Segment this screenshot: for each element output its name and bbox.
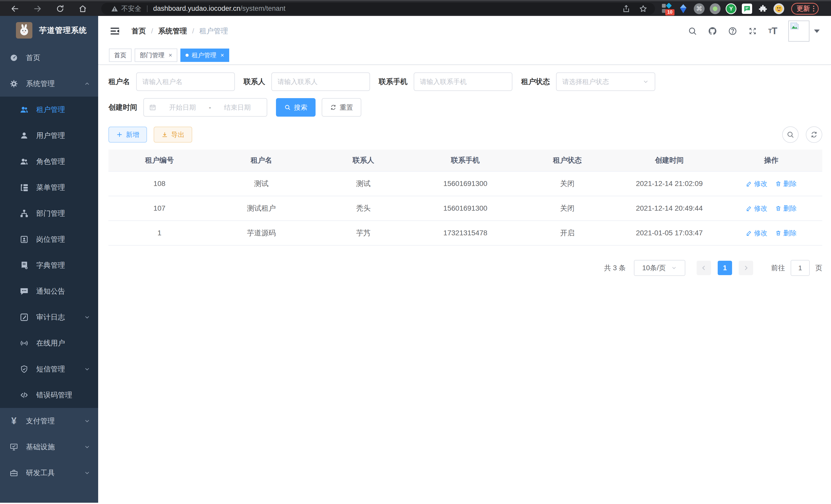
rabbit-logo-icon	[18, 24, 31, 37]
main: 首页 / 系统管理 / 租户管理	[98, 16, 831, 503]
contact-input[interactable]	[271, 72, 370, 91]
filter-mobile: 联系手机	[379, 72, 512, 91]
back-icon	[10, 4, 19, 13]
refresh-icon	[330, 104, 337, 111]
sidebar: 芋道管理系统 首页 系统管理	[0, 16, 98, 503]
tab-home[interactable]: 首页	[109, 49, 132, 62]
sidebar-item-infra[interactable]: 基础设施	[0, 434, 98, 460]
sidebar-item-dict[interactable]: 字典管理	[0, 252, 98, 278]
status-select[interactable]: 请选择租户状态	[556, 72, 655, 91]
breadcrumb-system[interactable]: 系统管理	[158, 26, 187, 36]
sidebar-item-error-code[interactable]: 错误码管理	[0, 382, 98, 408]
sidebar-item-menu[interactable]: 菜单管理	[0, 174, 98, 200]
extension-kite[interactable]	[678, 3, 689, 14]
cell-status: 关闭	[516, 203, 618, 213]
add-button[interactable]: 新增	[109, 127, 147, 143]
col-header-actions: 操作	[720, 155, 822, 165]
fullscreen-button[interactable]	[747, 26, 758, 36]
tab-dept[interactable]: 部门管理 ×	[135, 49, 177, 62]
sidebar-item-tenant[interactable]: 租户管理	[0, 97, 98, 122]
sidebar-item-post[interactable]: 岗位管理	[0, 226, 98, 252]
extension-chat[interactable]	[741, 3, 753, 14]
sidebar-item-sms[interactable]: 短信管理	[0, 356, 98, 382]
mobile-input[interactable]	[414, 72, 512, 91]
sidebar-item-dept[interactable]: 部门管理	[0, 200, 98, 226]
page-size-select[interactable]: 10条/页	[634, 260, 685, 276]
table-header-row: 租户编号 租户名 联系人 联系手机 租户状态 创建时间 操作	[109, 149, 822, 172]
hamburger-icon	[110, 26, 120, 36]
close-icon[interactable]: ×	[221, 52, 224, 58]
font-size-button[interactable]: TT	[767, 26, 778, 36]
browser-home-button[interactable]	[76, 2, 90, 16]
show-search-button[interactable]	[782, 126, 799, 143]
user-menu[interactable]	[789, 21, 820, 41]
caret-down-icon[interactable]	[814, 30, 820, 33]
refresh-table-button[interactable]	[806, 126, 822, 143]
share-button[interactable]	[622, 5, 630, 13]
delete-link[interactable]: 删除	[775, 204, 797, 213]
github-link[interactable]	[707, 26, 718, 36]
edit-link[interactable]: 修改	[746, 229, 768, 238]
browser-back-button[interactable]	[8, 2, 22, 16]
cell-name: 测试租户	[210, 203, 312, 213]
header-search-button[interactable]	[687, 26, 698, 36]
sidebar-logo-row[interactable]: 芋道管理系统	[0, 16, 98, 45]
prev-page-button[interactable]	[697, 261, 711, 275]
date-range-picker[interactable]: 开始日期 - 结束日期	[143, 98, 267, 117]
screen: 不安全 dashboard.yudao.iocoder.cn/system/te…	[0, 0, 831, 504]
help-button[interactable]	[727, 26, 738, 36]
broken-image-icon	[790, 22, 799, 30]
sidebar-toggle-button[interactable]	[109, 25, 121, 37]
address-bar[interactable]: 不安全 dashboard.yudao.iocoder.cn/system/te…	[101, 3, 655, 14]
app-title: 芋道管理系统	[39, 25, 87, 36]
extension-tampermonkey[interactable]: 10	[662, 3, 673, 14]
browser-update-button[interactable]: 更新	[791, 3, 819, 14]
breadcrumb-home[interactable]: 首页	[132, 26, 146, 36]
sidebar-item-pay[interactable]: ¥ 支付管理	[0, 408, 98, 434]
browser-profile-avatar[interactable]	[773, 3, 784, 14]
search-button[interactable]: 搜索	[276, 98, 316, 117]
extension-recorder[interactable]	[710, 3, 721, 14]
delete-link[interactable]: 删除	[775, 229, 797, 238]
sidebar-item-system[interactable]: 系统管理	[0, 71, 98, 97]
extensions-puzzle-button[interactable]	[757, 3, 769, 14]
sidebar-item-home[interactable]: 首页	[0, 45, 98, 71]
edit-link[interactable]: 修改	[746, 179, 768, 188]
sidebar-item-audit-log[interactable]: 审计日志	[0, 304, 98, 330]
tenant-name-input[interactable]	[136, 72, 235, 91]
tab-label: 部门管理	[140, 51, 165, 59]
reset-button[interactable]: 重置	[322, 98, 361, 117]
extensions-row: 10 ⌘ Y	[662, 3, 784, 14]
table-row: 1 芋道源码 芋艿 17321315478 开启 2021-01-05 17:0…	[109, 221, 822, 245]
yen-icon: ¥	[8, 416, 19, 426]
sidebar-item-role[interactable]: 角色管理	[0, 148, 98, 174]
page-number-current[interactable]: 1	[718, 261, 732, 275]
edit-link[interactable]: 修改	[746, 204, 768, 213]
close-icon[interactable]: ×	[169, 52, 172, 58]
extension-command[interactable]: ⌘	[693, 3, 705, 14]
sidebar-item-notice[interactable]: 通知公告	[0, 278, 98, 304]
cell-status: 开启	[516, 228, 618, 238]
browser-forward-button[interactable]	[30, 2, 45, 16]
extension-y-green[interactable]: Y	[725, 3, 737, 14]
browser-reload-button[interactable]	[53, 2, 67, 16]
next-page-button[interactable]	[739, 261, 753, 275]
delete-link[interactable]: 删除	[775, 179, 797, 188]
bookmark-button[interactable]	[639, 5, 647, 13]
edit-icon	[746, 205, 752, 211]
security-status[interactable]: 不安全	[111, 4, 141, 13]
url-text: dashboard.yudao.iocoder.cn/system/tenant	[153, 5, 285, 12]
tab-tenant[interactable]: 租户管理 ×	[180, 49, 229, 62]
sidebar-item-dev-tools[interactable]: 研发工具	[0, 460, 98, 486]
sidebar-item-user[interactable]: 用户管理	[0, 122, 98, 148]
warning-icon	[111, 5, 118, 12]
browser-menu-icon[interactable]	[813, 6, 814, 11]
col-header-contact: 联系人	[312, 155, 414, 165]
export-button[interactable]: 导出	[154, 127, 192, 143]
cell-mobile: 15601691300	[414, 204, 516, 212]
edit-square-icon	[19, 312, 30, 323]
sidebar-submenu-system: 租户管理 用户管理 角色管理	[0, 97, 98, 408]
sidebar-item-online-users[interactable]: 在线用户	[0, 330, 98, 356]
goto-page-input[interactable]	[791, 260, 810, 276]
avatar[interactable]	[789, 21, 809, 41]
